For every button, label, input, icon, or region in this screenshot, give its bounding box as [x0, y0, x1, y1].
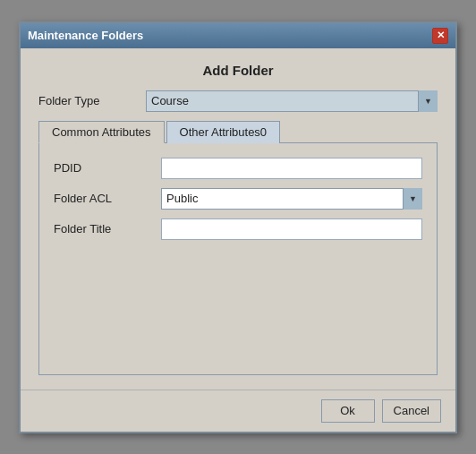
folder-type-label: Folder Type: [38, 94, 146, 107]
dialog-body: Add Folder Folder Type Course Common Att…: [21, 48, 455, 390]
pdid-label: PDID: [54, 161, 161, 175]
tabs-row: Common Attributes Other Attributes0: [38, 121, 438, 143]
maintenance-folders-dialog: Maintenance Folders ✕ Add Folder Folder …: [19, 21, 457, 433]
tab-common-attributes[interactable]: Common Attributes: [38, 121, 165, 143]
pdid-row: PDID: [54, 158, 422, 179]
tab-other-attributes[interactable]: Other Attributes0: [166, 121, 281, 143]
folder-title-label: Folder Title: [54, 222, 161, 236]
folder-acl-row: Folder ACL Public: [54, 188, 422, 210]
folder-type-value[interactable]: Course: [146, 90, 438, 112]
folder-acl-dropdown-wrapper: Public: [161, 188, 422, 210]
folder-acl-dropdown-arrow[interactable]: [403, 188, 422, 210]
folder-type-dropdown-wrapper: Course: [146, 90, 438, 112]
ok-button[interactable]: Ok: [321, 399, 375, 423]
folder-title-row: Folder Title: [54, 218, 422, 240]
close-button[interactable]: ✕: [432, 28, 448, 44]
folder-type-row: Folder Type Course: [38, 90, 438, 112]
title-bar: Maintenance Folders ✕: [21, 23, 455, 48]
folder-acl-label: Folder ACL: [54, 192, 161, 205]
tab-content-common: PDID Folder ACL Public Folder Title: [38, 142, 438, 375]
cancel-button[interactable]: Cancel: [382, 399, 441, 423]
folder-title-input[interactable]: [161, 218, 422, 240]
dialog-heading: Add Folder: [38, 63, 438, 78]
pdid-input[interactable]: [161, 158, 422, 179]
folder-type-dropdown-arrow[interactable]: [418, 90, 438, 112]
dialog-footer: Ok Cancel: [21, 390, 455, 432]
folder-acl-value[interactable]: Public: [161, 188, 422, 210]
dialog-title: Maintenance Folders: [28, 29, 143, 42]
